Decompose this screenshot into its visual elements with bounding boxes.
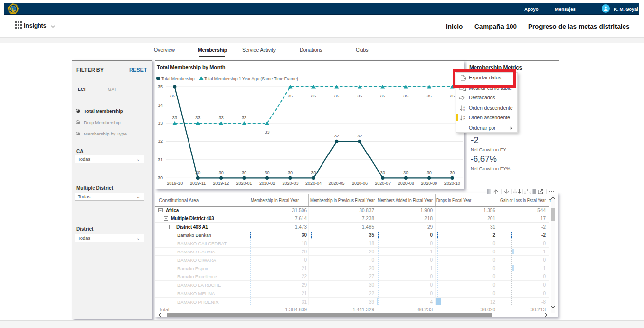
svg-text:35: 35 xyxy=(311,94,316,98)
svg-text:30: 30 xyxy=(288,170,293,175)
svg-text:2020-03: 2020-03 xyxy=(282,181,298,186)
svg-text:Z: Z xyxy=(463,118,465,121)
svg-text:33: 33 xyxy=(265,130,270,135)
svg-text:30: 30 xyxy=(311,170,316,175)
svg-text:35: 35 xyxy=(357,94,362,98)
svg-text:Total Membership 1 Year Ago (S: Total Membership 1 Year Ago (Same Time F… xyxy=(204,77,298,81)
svg-text:35: 35 xyxy=(427,94,432,98)
svg-text:35: 35 xyxy=(380,94,385,98)
svg-text:2019-10: 2019-10 xyxy=(167,181,183,186)
svg-text:34: 34 xyxy=(158,103,163,108)
svg-text:32: 32 xyxy=(357,134,362,138)
svg-text:30: 30 xyxy=(158,175,163,180)
svg-text:Total Membership: Total Membership xyxy=(161,77,195,81)
svg-text:2020-02: 2020-02 xyxy=(259,181,275,186)
svg-text:35: 35 xyxy=(158,84,163,89)
svg-text:30: 30 xyxy=(265,170,270,175)
svg-text:30: 30 xyxy=(403,170,408,175)
svg-text:2020-05: 2020-05 xyxy=(328,181,344,186)
svg-text:9: 9 xyxy=(463,108,465,111)
svg-text:35: 35 xyxy=(288,94,293,98)
svg-text:35: 35 xyxy=(170,94,175,98)
svg-text:2020-04: 2020-04 xyxy=(305,181,322,186)
svg-text:35: 35 xyxy=(403,94,408,98)
svg-text:30: 30 xyxy=(219,170,224,175)
svg-text:2020-09: 2020-09 xyxy=(421,181,437,186)
svg-text:33: 33 xyxy=(219,116,224,120)
svg-text:30: 30 xyxy=(195,170,200,175)
svg-text:2020-10: 2020-10 xyxy=(444,181,460,186)
svg-text:32: 32 xyxy=(158,139,163,144)
svg-text:2020-08: 2020-08 xyxy=(398,181,414,186)
svg-text:2020-01: 2020-01 xyxy=(236,181,252,186)
svg-text:33: 33 xyxy=(172,116,177,120)
svg-text:Total Membership by Month: Total Membership by Month xyxy=(157,64,226,70)
svg-text:2020-07: 2020-07 xyxy=(375,181,391,186)
svg-text:33: 33 xyxy=(158,121,163,126)
svg-text:33: 33 xyxy=(242,116,246,120)
svg-text:35: 35 xyxy=(450,94,455,98)
svg-text:35: 35 xyxy=(334,94,339,98)
svg-text:33: 33 xyxy=(195,116,200,120)
svg-text:32: 32 xyxy=(334,134,339,138)
svg-text:30: 30 xyxy=(427,170,432,175)
svg-text:30: 30 xyxy=(242,170,246,175)
svg-text:2019-12: 2019-12 xyxy=(213,181,229,186)
svg-text:2019-11: 2019-11 xyxy=(190,181,206,186)
svg-text:30: 30 xyxy=(450,170,455,175)
svg-text:30: 30 xyxy=(380,170,385,175)
svg-text:31: 31 xyxy=(158,157,163,162)
svg-text:L: L xyxy=(12,7,15,12)
svg-text:2020-06: 2020-06 xyxy=(352,181,368,186)
